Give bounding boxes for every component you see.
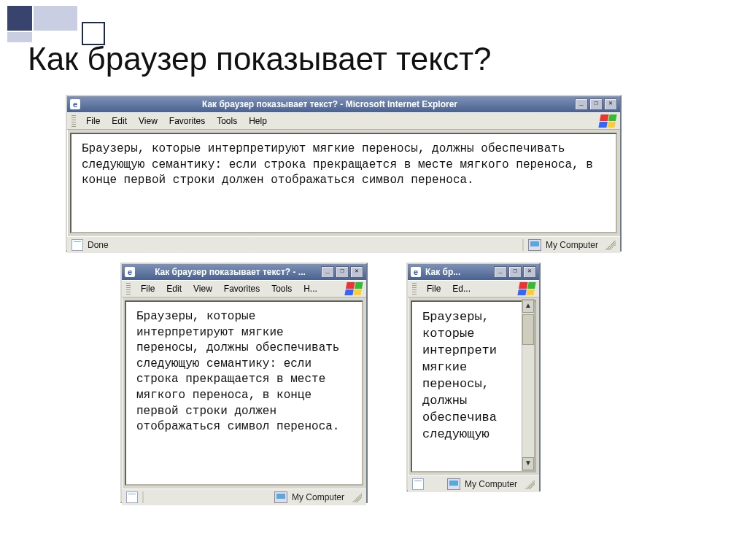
menu-edit[interactable]: Edit bbox=[106, 116, 133, 126]
content-line: следующую bbox=[422, 427, 517, 443]
computer-icon bbox=[447, 478, 460, 490]
window-title: Как бр... bbox=[425, 267, 494, 277]
minimize-button[interactable]: _ bbox=[494, 266, 507, 278]
scroll-up-icon[interactable]: ▲ bbox=[522, 300, 534, 313]
toolbar-grip-icon[interactable] bbox=[412, 283, 417, 295]
menu-view[interactable]: View bbox=[187, 284, 218, 294]
page-content: Браузеры, которые интерпретируют мягкие … bbox=[125, 300, 363, 486]
browser-window-medium: Как браузер показывает текст? - ... _ ❐ … bbox=[120, 262, 368, 503]
computer-icon bbox=[528, 239, 541, 251]
menu-favorites[interactable]: Favorites bbox=[218, 284, 266, 294]
content-line: интерпрети bbox=[422, 343, 517, 359]
zone-text: My Computer bbox=[546, 240, 598, 250]
menu-file[interactable]: File bbox=[135, 284, 160, 294]
vertical-scrollbar[interactable]: ▲ ▼ bbox=[522, 299, 535, 471]
menu-bar: File Edit View Favorites Tools Help bbox=[67, 112, 620, 130]
page-content: Браузеры, которые интерпретируют мягкие … bbox=[70, 133, 617, 233]
toolbar-grip-icon[interactable] bbox=[71, 115, 76, 127]
close-button[interactable]: ✕ bbox=[523, 266, 536, 278]
page-icon bbox=[412, 478, 424, 490]
menu-favorites[interactable]: Favorites bbox=[163, 116, 211, 126]
menu-bar: File Edit View Favorites Tools H... bbox=[122, 280, 366, 298]
menu-help[interactable]: Help bbox=[243, 116, 273, 126]
window-titlebar[interactable]: Как браузер показывает текст? - ... _ ❐ … bbox=[122, 264, 366, 280]
scroll-thumb[interactable] bbox=[522, 314, 534, 345]
page-title: Как браузер показывает текст? bbox=[28, 41, 492, 77]
scroll-down-icon[interactable]: ▼ bbox=[522, 457, 534, 470]
status-bar: Done My Computer bbox=[67, 236, 620, 253]
windows-flag-icon bbox=[517, 282, 535, 295]
window-titlebar[interactable]: Как браузер показывает текст? - Microsof… bbox=[67, 96, 620, 112]
browser-window-small: Как бр... _ ❐ ✕ File Ed... Браузеры, кот… bbox=[406, 262, 541, 491]
content-line: переносы, bbox=[422, 376, 517, 393]
content-line: Браузеры, bbox=[422, 309, 517, 326]
menu-bar: File Ed... bbox=[408, 280, 539, 298]
windows-flag-icon bbox=[344, 282, 363, 295]
ie-icon bbox=[411, 267, 421, 277]
menu-tools[interactable]: Tools bbox=[266, 284, 298, 294]
browser-window-large: Как браузер показывает текст? - Microsof… bbox=[66, 95, 622, 252]
slide-decoration bbox=[34, 6, 77, 31]
menu-file[interactable]: File bbox=[80, 116, 106, 126]
ie-icon bbox=[125, 267, 135, 277]
page-icon bbox=[71, 239, 83, 251]
maximize-button[interactable]: ❐ bbox=[336, 266, 349, 278]
window-title: Как браузер показывает текст? - Microsof… bbox=[85, 99, 575, 109]
page-content: Браузеры, которые интерпрети мягкие пере… bbox=[411, 300, 536, 472]
status-text: Done bbox=[88, 240, 109, 250]
content-line: которые bbox=[422, 326, 517, 343]
window-title: Как браузер показывает текст? - ... bbox=[139, 267, 321, 277]
status-bar: My Computer bbox=[408, 475, 539, 492]
page-icon bbox=[126, 491, 138, 503]
ie-icon bbox=[70, 99, 80, 109]
window-titlebar[interactable]: Как бр... _ ❐ ✕ bbox=[408, 264, 539, 280]
windows-flag-icon bbox=[598, 114, 616, 128]
menu-edit[interactable]: Edit bbox=[160, 284, 187, 294]
status-bar: My Computer bbox=[122, 489, 366, 505]
menu-tools[interactable]: Tools bbox=[211, 116, 243, 126]
minimize-button[interactable]: _ bbox=[321, 266, 334, 278]
content-line: должны bbox=[422, 393, 517, 410]
content-line: обеспечива bbox=[422, 410, 517, 427]
close-button[interactable]: ✕ bbox=[350, 266, 363, 278]
minimize-button[interactable]: _ bbox=[575, 98, 588, 110]
resize-grip-icon[interactable] bbox=[525, 479, 535, 489]
resize-grip-icon[interactable] bbox=[352, 492, 362, 502]
menu-help[interactable]: H... bbox=[298, 284, 323, 294]
slide-decoration bbox=[7, 6, 32, 31]
scroll-track[interactable] bbox=[522, 346, 534, 457]
menu-view[interactable]: View bbox=[133, 116, 163, 126]
menu-file[interactable]: File bbox=[421, 284, 446, 294]
content-line: мягкие bbox=[422, 359, 517, 376]
zone-text: My Computer bbox=[292, 492, 344, 502]
close-button[interactable]: ✕ bbox=[604, 98, 617, 110]
computer-icon bbox=[274, 491, 287, 503]
maximize-button[interactable]: ❐ bbox=[589, 98, 603, 110]
resize-grip-icon[interactable] bbox=[605, 240, 616, 250]
menu-edit[interactable]: Ed... bbox=[446, 284, 476, 294]
zone-text: My Computer bbox=[465, 479, 517, 489]
toolbar-grip-icon[interactable] bbox=[126, 283, 131, 295]
maximize-button[interactable]: ❐ bbox=[508, 266, 522, 278]
